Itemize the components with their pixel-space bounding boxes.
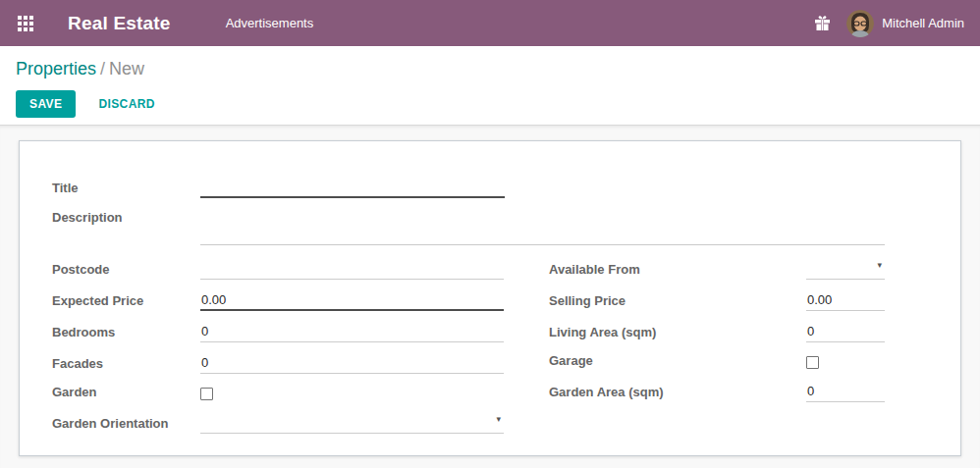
control-panel: Properties/New SAVE DISCARD bbox=[0, 46, 980, 126]
postcode-label: Postcode bbox=[52, 262, 200, 280]
expected-price-input[interactable] bbox=[200, 292, 504, 311]
selling-price-input[interactable] bbox=[806, 292, 885, 311]
field-row-title: Title bbox=[52, 178, 960, 198]
breadcrumb-properties[interactable]: Properties bbox=[16, 59, 96, 78]
grid-icon bbox=[18, 16, 33, 31]
facades-input[interactable] bbox=[200, 355, 504, 374]
facades-label: Facades bbox=[52, 356, 200, 374]
field-row-garden-area: Garden Area (sqm) bbox=[549, 382, 885, 402]
apps-menu-icon[interactable] bbox=[16, 14, 35, 33]
garden-label: Garden bbox=[52, 385, 200, 402]
breadcrumb-separator: / bbox=[96, 59, 109, 78]
expected-price-label: Expected Price bbox=[52, 293, 200, 311]
field-row-living-area: Living Area (sqm) bbox=[549, 322, 885, 342]
menu-advertisements[interactable]: Advertisements bbox=[226, 16, 314, 30]
field-row-description: Description bbox=[52, 209, 960, 245]
save-button[interactable]: SAVE bbox=[16, 90, 76, 118]
available-from-label: Available From bbox=[549, 262, 806, 280]
garden-checkbox[interactable] bbox=[200, 388, 213, 400]
title-label: Title bbox=[52, 181, 200, 198]
living-area-input[interactable] bbox=[806, 324, 885, 342]
field-row-garage: Garage bbox=[549, 353, 885, 371]
breadcrumb-current: New bbox=[109, 59, 144, 78]
user-avatar[interactable] bbox=[846, 10, 874, 37]
field-row-selling-price: Selling Price bbox=[549, 290, 885, 311]
field-row-bedrooms: Bedrooms bbox=[52, 322, 504, 342]
field-row-garden: Garden bbox=[52, 385, 504, 402]
breadcrumb: Properties/New bbox=[16, 59, 964, 79]
garage-label: Garage bbox=[549, 353, 806, 371]
garden-orientation-select[interactable] bbox=[200, 415, 504, 434]
field-row-garden-orientation: Garden Orientation ▾ bbox=[52, 413, 504, 434]
field-row-facades: Facades bbox=[52, 353, 504, 374]
living-area-label: Living Area (sqm) bbox=[549, 325, 806, 342]
garage-checkbox[interactable] bbox=[806, 356, 819, 369]
field-row-available-from: Available From ▾ bbox=[549, 259, 885, 280]
description-label: Description bbox=[52, 209, 200, 228]
garden-area-label: Garden Area (sqm) bbox=[549, 385, 806, 402]
field-row-expected-price: Expected Price bbox=[52, 290, 504, 311]
user-name[interactable]: Mitchell Admin bbox=[882, 16, 964, 30]
garden-orientation-label: Garden Orientation bbox=[52, 416, 200, 434]
bedrooms-input[interactable] bbox=[200, 324, 504, 342]
form-column-right: Available From ▾ Selling Price Living Ar… bbox=[549, 259, 885, 444]
description-input[interactable] bbox=[200, 209, 885, 245]
top-navbar: Real Estate Advertisements Mitchell bbox=[0, 0, 980, 46]
discard-button[interactable]: DISCARD bbox=[92, 90, 160, 118]
available-from-input[interactable] bbox=[806, 261, 885, 280]
garden-area-input[interactable] bbox=[806, 384, 885, 402]
title-input[interactable] bbox=[200, 180, 505, 198]
app-name[interactable]: Real Estate bbox=[68, 13, 171, 34]
bedrooms-label: Bedrooms bbox=[52, 325, 200, 342]
gift-icon[interactable] bbox=[814, 15, 831, 31]
postcode-input[interactable] bbox=[200, 261, 504, 280]
selling-price-label: Selling Price bbox=[549, 293, 806, 311]
form-sheet: Title Description Postcode Expected Pric… bbox=[19, 140, 961, 456]
form-column-left: Postcode Expected Price Bedrooms bbox=[52, 259, 504, 444]
field-row-postcode: Postcode bbox=[52, 259, 504, 280]
content-area: Title Description Postcode Expected Pric… bbox=[0, 126, 980, 468]
